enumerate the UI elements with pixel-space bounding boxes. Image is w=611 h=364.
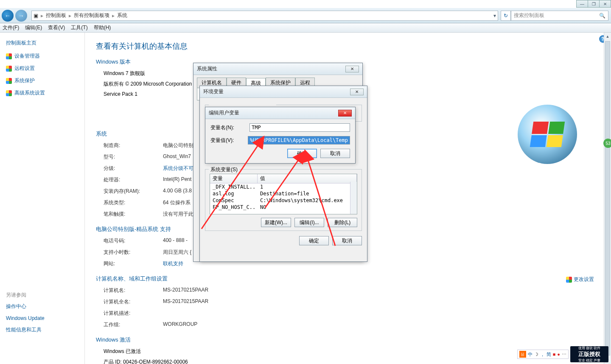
- sidebar-item-protection[interactable]: 系统保护: [6, 77, 78, 84]
- search-placeholder: 搜索控制面板: [514, 12, 544, 19]
- menu-bar: 文件(F) 编辑(E) 查看(V) 工具(T) 帮助(H): [0, 23, 611, 33]
- scroll-up-icon[interactable]: ▲: [604, 33, 611, 40]
- dialog-titlebar[interactable]: 编辑用户变量 ✕: [205, 107, 355, 119]
- scrollbar-thumb[interactable]: [605, 41, 610, 356]
- breadcrumb-item[interactable]: 系统: [117, 12, 127, 19]
- computer-icon: ▣: [34, 13, 38, 19]
- window-maximize-button[interactable]: ❐: [588, 0, 600, 8]
- sidebar-item-label: 系统保护: [14, 77, 35, 84]
- menu-tools[interactable]: 工具(T): [71, 24, 87, 31]
- cell[interactable]: FP_NO_HOST_C..: [210, 204, 258, 211]
- search-icon: 🔍: [599, 13, 605, 19]
- shield-icon: [6, 78, 12, 84]
- dialog-titlebar[interactable]: 系统属性 ✕: [193, 63, 362, 75]
- badge-line: 正版授权: [578, 350, 600, 358]
- label-workgroup: 工作组:: [104, 321, 163, 328]
- cell[interactable]: asl.log: [210, 190, 258, 197]
- system-tray: ☱ 中 ☽ ， 简 ■ ● ⋯ 使用 微软 软件 正版授权 安全 稳定 声誉: [517, 346, 608, 362]
- col-value[interactable]: 值: [258, 174, 357, 183]
- system-vars-list[interactable]: 变量 值 _DFX_INSTALL..1 asl.logDestination=…: [210, 174, 357, 214]
- label-computer-name: 计算机名:: [104, 287, 163, 294]
- chevron-down-icon[interactable]: ▾: [493, 13, 496, 19]
- dialog-titlebar[interactable]: 环境变量 ✕: [200, 86, 367, 98]
- breadcrumb-item[interactable]: 所有控制面板项: [74, 12, 109, 19]
- menu-edit[interactable]: 编辑(E): [25, 24, 42, 31]
- edit-user-variable-dialog: 编辑用户变量 ✕ 变量名(N): TMP 变量值(V): %USERPROFIL…: [205, 107, 356, 164]
- link-label: 操作中心: [6, 303, 26, 310]
- edit-cancel-button[interactable]: 取消: [320, 149, 350, 158]
- env-cancel-button[interactable]: 取消: [332, 236, 362, 245]
- sidebar-item-advanced[interactable]: 高级系统设置: [6, 89, 78, 97]
- link-label: 更改设置: [574, 276, 594, 283]
- label-ram: 安装内存(RAM):: [104, 188, 163, 195]
- page-title: 查看有关计算机的基本信息: [96, 41, 600, 51]
- section-activation: Windows 激活: [96, 336, 600, 344]
- label-hours: 支持小时数:: [104, 249, 163, 256]
- menu-file[interactable]: 文件(F): [3, 24, 19, 31]
- list-scrollbar[interactable]: [350, 182, 357, 214]
- menu-help[interactable]: 帮助(H): [94, 24, 111, 31]
- edit-ok-button[interactable]: 确定: [287, 149, 317, 158]
- edit-sys-var-button[interactable]: 编辑(I)...: [294, 218, 324, 227]
- sidebar-item-remote[interactable]: 远程设置: [6, 65, 78, 72]
- window-close-button[interactable]: ✕: [599, 0, 611, 8]
- menu-view[interactable]: 查看(V): [48, 24, 65, 31]
- cell[interactable]: ComSpec: [210, 197, 258, 204]
- sidebar-item-label: 高级系统设置: [14, 89, 45, 97]
- ime-jian[interactable]: 简: [547, 351, 551, 358]
- sidebar-item-label: 远程设置: [14, 65, 35, 72]
- genuine-badge[interactable]: 使用 微软 软件 正版授权 安全 稳定 声誉: [570, 346, 608, 362]
- ime-moon-icon[interactable]: ☽: [534, 352, 538, 357]
- var-value-input[interactable]: %USERPROFILE%\AppData\Local\Temp: [248, 136, 350, 144]
- label-phone: 电话号码:: [104, 237, 163, 245]
- dialog-close-button[interactable]: ✕: [345, 66, 359, 72]
- label-description: 计算机描述:: [104, 310, 163, 317]
- see-also-windows-update[interactable]: Windows Update: [6, 315, 78, 321]
- selected-text: %USERPROFILE%\AppData\Local\Temp: [250, 137, 348, 143]
- more-icon[interactable]: ⋯: [562, 352, 566, 357]
- see-also-action-center[interactable]: 操作中心: [6, 303, 78, 310]
- dialog-title: 环境变量: [203, 88, 224, 95]
- value-description: [163, 310, 600, 317]
- section-computer: 计算机名称、域和工作组设置: [96, 275, 600, 283]
- vertical-scrollbar[interactable]: ▲ ▼: [604, 33, 611, 364]
- breadcrumb-item[interactable]: 控制面板: [46, 12, 66, 19]
- cell: NO: [258, 204, 357, 211]
- see-also-heading: 另请参阅: [6, 292, 78, 299]
- sidebar-home[interactable]: 控制面板主页: [6, 39, 78, 47]
- windows-logo: [518, 105, 577, 164]
- ime-bar[interactable]: ☱ 中 ☽ ， 简 ■ ● ⋯: [517, 350, 569, 359]
- ime-icon[interactable]: ☱: [519, 351, 526, 358]
- see-also-performance[interactable]: 性能信息和工具: [6, 326, 78, 333]
- dialog-close-button[interactable]: ✕: [350, 89, 364, 95]
- search-input[interactable]: 搜索控制面板 🔍: [511, 11, 608, 21]
- record-icon[interactable]: ●: [557, 352, 560, 357]
- refresh-button[interactable]: ↻: [501, 11, 511, 21]
- label-rating: 分级:: [104, 165, 163, 172]
- change-settings-link[interactable]: 更改设置: [566, 276, 594, 283]
- shield-icon: [6, 90, 12, 96]
- sidebar-item-device-manager[interactable]: 设备管理器: [6, 53, 78, 60]
- breadcrumb[interactable]: ▣ ▸ 控制面板 ▸ 所有控制面板项 ▸ 系统 ▾: [31, 11, 498, 21]
- cell: C:\Windows\system32\cmd.exe: [258, 197, 357, 204]
- delete-sys-var-button[interactable]: 删除(L): [328, 218, 357, 227]
- col-variable[interactable]: 变量: [210, 174, 258, 183]
- back-button[interactable]: ←: [2, 10, 14, 22]
- forward-button[interactable]: →: [15, 10, 27, 22]
- ime-zhong[interactable]: 中: [528, 351, 533, 358]
- cell: Destination=file: [258, 190, 357, 197]
- badge-line: 使用 微软 软件: [578, 346, 600, 350]
- dialog-close-button[interactable]: ✕: [338, 110, 352, 117]
- side-badge[interactable]: 53: [603, 139, 611, 148]
- env-ok-button[interactable]: 确定: [299, 236, 329, 245]
- ime-punct[interactable]: ，: [540, 351, 545, 358]
- link-label: 性能信息和工具: [6, 326, 42, 333]
- window-minimize-button[interactable]: —: [576, 0, 588, 8]
- camera-icon[interactable]: ■: [553, 352, 556, 357]
- var-name-input[interactable]: TMP: [249, 123, 350, 132]
- new-sys-var-button[interactable]: 新建(W)...: [261, 218, 291, 227]
- shield-icon: [6, 53, 12, 59]
- dialog-title: 系统属性: [197, 65, 217, 72]
- cell[interactable]: _DFX_INSTALL..: [210, 183, 258, 190]
- sidebar: 控制面板主页 设备管理器 远程设置 系统保护 高级系统设置 另请参阅 操作中心 …: [0, 33, 85, 364]
